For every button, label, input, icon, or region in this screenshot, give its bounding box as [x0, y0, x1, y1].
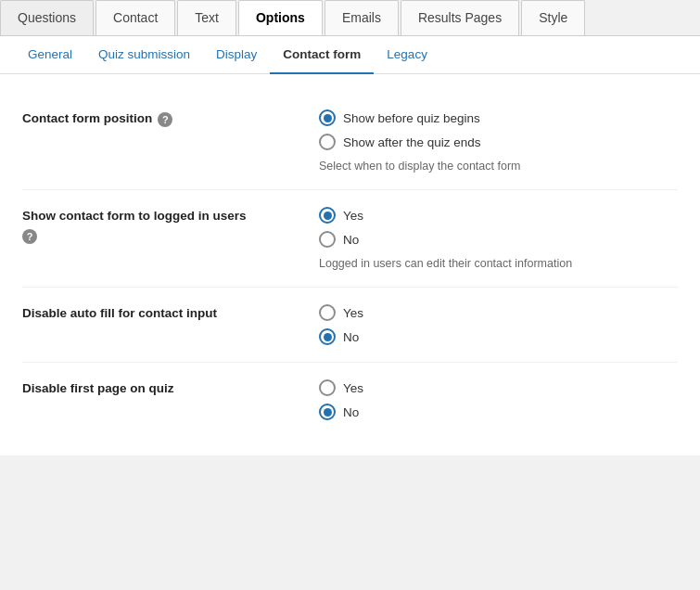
- label-text-contact-form-position: Contact form position: [22, 111, 152, 125]
- radio-inner-disable-first-page-1: [324, 408, 332, 417]
- radio-inner-show-contact-form-logged-in-0: [324, 212, 332, 220]
- settings-row-show-contact-form-logged-in: Show contact form to logged in users?Yes…: [22, 190, 678, 288]
- radio-label-contact-form-position-1: Show after the quiz ends: [343, 135, 481, 149]
- radio-label-disable-auto-fill-1: No: [343, 330, 359, 344]
- radio-option-disable-first-page-1[interactable]: No: [319, 404, 678, 420]
- radio-option-show-contact-form-logged-in-1[interactable]: No: [319, 231, 678, 248]
- radio-outer-contact-form-position-1: [319, 134, 336, 150]
- radio-option-disable-auto-fill-1[interactable]: No: [319, 328, 678, 345]
- radio-label-disable-auto-fill-0: Yes: [343, 306, 363, 320]
- settings-control-show-contact-form-logged-in: YesNoLogged in users can edit their cont…: [319, 207, 678, 270]
- radio-outer-disable-auto-fill-1: [319, 328, 336, 345]
- hint-text-contact-form-position: Select when to display the contact form: [319, 160, 678, 173]
- radio-label-contact-form-position-0: Show before quiz begins: [343, 111, 480, 125]
- help-wrap-show-contact-form-logged-in: ?: [22, 228, 319, 244]
- radio-option-contact-form-position-0[interactable]: Show before quiz begins: [319, 109, 678, 126]
- top-tab-bar: QuestionsContactTextOptionsEmailsResults…: [0, 0, 700, 36]
- radio-option-disable-first-page-0[interactable]: Yes: [319, 379, 678, 396]
- radio-label-disable-first-page-0: Yes: [343, 381, 363, 395]
- radio-outer-show-contact-form-logged-in-1: [319, 231, 336, 248]
- radio-label-disable-first-page-1: No: [343, 405, 359, 419]
- settings-row-contact-form-position: Contact form position?Show before quiz b…: [22, 93, 678, 190]
- sub-tab-quiz-submission[interactable]: Quiz submission: [85, 36, 203, 74]
- radio-outer-disable-first-page-0: [319, 379, 336, 396]
- settings-label-show-contact-form-logged-in: Show contact form to logged in users?: [22, 207, 319, 244]
- radio-inner-contact-form-position-0: [324, 114, 332, 122]
- top-tab-emails[interactable]: Emails: [325, 0, 399, 35]
- settings-label-disable-auto-fill: Disable auto fill for contact input: [22, 304, 319, 320]
- label-text-disable-auto-fill: Disable auto fill for contact input: [22, 306, 217, 320]
- settings-body: Contact form position?Show before quiz b…: [0, 74, 700, 455]
- settings-row-disable-first-page: Disable first page on quizYesNo: [22, 363, 678, 437]
- top-tab-questions[interactable]: Questions: [0, 0, 94, 35]
- radio-outer-contact-form-position-0: [319, 109, 336, 126]
- radio-inner-disable-auto-fill-1: [324, 333, 332, 341]
- top-tab-options[interactable]: Options: [238, 0, 323, 35]
- hint-text-show-contact-form-logged-in: Logged in users can edit their contact i…: [319, 257, 678, 270]
- label-text-show-contact-form-logged-in: Show contact form to logged in users: [22, 209, 247, 223]
- radio-outer-show-contact-form-logged-in-0: [319, 207, 336, 224]
- settings-control-disable-auto-fill: YesNo: [319, 304, 678, 345]
- sub-tab-bar: GeneralQuiz submissionDisplayContact for…: [0, 36, 700, 74]
- sub-tab-contact-form[interactable]: Contact form: [270, 36, 374, 74]
- help-icon-show-contact-form-logged-in[interactable]: ?: [22, 229, 37, 244]
- content-area: GeneralQuiz submissionDisplayContact for…: [0, 36, 700, 455]
- sub-tab-display[interactable]: Display: [203, 36, 270, 74]
- radio-label-show-contact-form-logged-in-0: Yes: [343, 209, 363, 223]
- settings-label-contact-form-position: Contact form position?: [22, 109, 319, 127]
- settings-label-disable-first-page: Disable first page on quiz: [22, 379, 319, 395]
- top-tab-style[interactable]: Style: [521, 0, 585, 35]
- settings-row-disable-auto-fill: Disable auto fill for contact inputYesNo: [22, 288, 678, 363]
- radio-option-show-contact-form-logged-in-0[interactable]: Yes: [319, 207, 678, 224]
- radio-option-disable-auto-fill-0[interactable]: Yes: [319, 304, 678, 321]
- help-icon-contact-form-position[interactable]: ?: [158, 112, 172, 127]
- radio-outer-disable-first-page-1: [319, 404, 336, 420]
- settings-control-contact-form-position: Show before quiz beginsShow after the qu…: [319, 109, 678, 173]
- label-text-disable-first-page: Disable first page on quiz: [22, 381, 174, 395]
- radio-label-show-contact-form-logged-in-1: No: [343, 233, 359, 247]
- radio-option-contact-form-position-1[interactable]: Show after the quiz ends: [319, 134, 678, 150]
- top-tab-contact[interactable]: Contact: [95, 0, 175, 35]
- top-tab-text[interactable]: Text: [177, 0, 236, 35]
- sub-tab-general[interactable]: General: [15, 36, 85, 74]
- radio-outer-disable-auto-fill-0: [319, 304, 336, 321]
- sub-tab-legacy[interactable]: Legacy: [374, 36, 440, 74]
- top-tab-results-pages[interactable]: Results Pages: [401, 0, 519, 35]
- settings-control-disable-first-page: YesNo: [319, 379, 678, 420]
